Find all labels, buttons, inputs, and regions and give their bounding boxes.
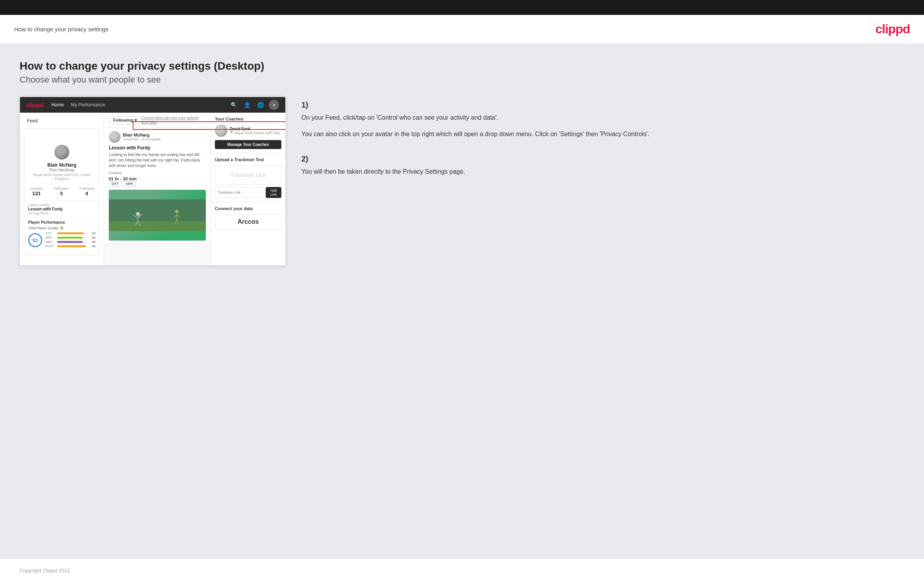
post-desc: Looking to feel like my hands are exitin… [109,152,206,169]
trackman-link-input[interactable] [215,187,264,198]
post-header: Blair McHarg Yesterday · Sunningdale [109,131,206,143]
activities-label: Activities [29,187,43,191]
post-avatar [109,131,121,143]
coaches-title: Your Coaches [215,117,281,121]
profile-card: Blair McHarg Plus Handicap Royal North D… [24,128,100,255]
coach-name: David Ford [230,127,280,131]
circle-score: 92 [28,233,42,247]
followers-stat: Followers 3 [54,187,69,196]
feed-header: Following ▾ Control who can see your act… [104,113,211,128]
location-icon[interactable]: 🌐 [256,100,265,110]
app-feed: Following ▾ Control who can see your act… [104,113,211,265]
bar-row-putt: PUTT 96 [45,244,95,248]
post-user-name: Blair McHarg [123,133,161,137]
bar-row-ott: OTT 90 [45,232,95,235]
bar-row-app: APP 85 [45,236,95,239]
bar-label: APP [45,236,56,239]
tag-app: APP [123,181,136,187]
coach-item: David Ford 📍 Royal North Devon Golf Club [215,124,281,137]
right-panel: Your Coaches David Ford 📍 Royal North De… [211,113,285,265]
search-icon[interactable]: 🔍 [229,100,238,110]
bar-value: 85 [88,236,95,239]
post-duration-label: Duration [109,171,206,175]
post-duration-value: 01 hr : 30 min [109,176,206,181]
step1-number: 1) [301,101,904,110]
profile-avatar [53,144,70,161]
post-tags: OTT APP [109,181,206,187]
app-logo: clippd [26,102,43,108]
add-link-button[interactable]: Add Link [266,187,281,198]
post-user-info: Blair McHarg Yesterday · Sunningdale [123,133,161,141]
coaches-section: Your Coaches David Ford 📍 Royal North De… [211,113,285,153]
bar-track [57,232,87,234]
app-mockup: clippd Home My Performance 🔍 👤 🌐 ▾ Feed [20,97,286,266]
top-bar [0,0,924,15]
trackman-box: Trackman Link [215,165,281,185]
performance-bars: OTT 90 APP 85 ARG 86 PUTT 96 [45,232,95,249]
bar-value: 96 [88,244,95,248]
location-pin-icon: 📍 [230,131,234,135]
trackman-input-row: Add Link [215,187,281,198]
user-avatar[interactable]: ▾ [269,100,279,110]
post-meta: Yesterday · Sunningdale [123,137,161,141]
person-icon[interactable]: 👤 [242,100,252,110]
info-icon: i [60,226,64,230]
following-value: 4 [85,191,88,196]
svg-point-2 [136,212,140,216]
coach-club: 📍 Royal North Devon Golf Club [230,131,280,135]
bar-value: 86 [88,240,95,244]
bar-fill [57,241,83,243]
step1-text: On your Feed, click/tap on 'Control who … [301,113,904,123]
tag-ott: OTT [109,181,121,187]
tpq-content: 92 OTT 90 APP 85 ARG 86 PUTT [28,232,95,249]
avatar-image [54,145,69,160]
following-stat: Following 4 [79,187,94,196]
activities-stat: Activities 131 [29,187,43,196]
followers-value: 3 [60,191,63,196]
latest-name: Lesson with Fordy [28,207,95,211]
bar-fill [57,237,83,239]
bar-row-arg: ARG 86 [45,240,95,244]
app-navbar: clippd Home My Performance 🔍 👤 🌐 ▾ [20,97,285,113]
post-title: Lesson with Fordy [109,145,206,151]
feed-tab[interactable]: Feed [24,117,100,125]
clippd-logo: clippd [875,22,910,36]
following-button[interactable]: Following ▾ [109,116,141,124]
arccos-box: Arccos [215,214,281,230]
control-privacy-link[interactable]: Control who can see your activity and da… [141,116,206,124]
page-subtitle: Choose what you want people to see [20,75,904,85]
trackman-section: Upload a Trackman Test Trackman Link Add… [211,153,285,202]
chevron-down-icon: ▾ [135,118,137,123]
step2-number: 2) [301,155,904,164]
arccos-label: Arccos [238,218,259,225]
app-body: Feed Blair McHarg Plus Handicap Royal No… [20,113,285,265]
app-sidebar: Feed Blair McHarg Plus Handicap Royal No… [20,113,104,265]
site-header: How to change your privacy settings clip… [0,15,924,44]
feed-post: Blair McHarg Yesterday · Sunningdale Les… [104,128,211,244]
step2-text: You will then be taken directly to the P… [301,167,904,177]
step1-text2: You can also click on your avatar in the… [301,129,904,139]
bar-label: ARG [45,240,56,244]
site-footer: Copyright Clippd 2022 [0,559,924,577]
bar-label: OTT [45,232,56,235]
latest-label: Latest Activity [28,203,95,207]
bar-track [57,241,87,243]
app-nav-links: Home My Performance [51,102,221,108]
latest-activity: Latest Activity Lesson with Fordy 03 Aug… [24,200,99,217]
content-columns: clippd Home My Performance 🔍 👤 🌐 ▾ Feed [20,97,904,266]
player-performance: Player Performance Total Player Quality … [24,217,99,251]
nav-link-home[interactable]: Home [51,102,64,108]
nav-link-performance[interactable]: My Performance [71,102,105,108]
user-club: Royal North Devon Golf Club, United King… [24,173,99,181]
user-stats: Activities 131 Followers 3 Following 4 [24,184,99,199]
latest-date: 03 Aug 2022 [28,211,95,215]
bar-value: 90 [88,232,95,235]
followers-label: Followers [54,187,69,191]
app-nav-icons: 🔍 👤 🌐 ▾ [229,100,279,110]
instruction-step1: 1) On your Feed, click/tap on 'Control w… [301,101,904,139]
svg-point-8 [175,210,178,213]
activities-value: 131 [32,191,41,196]
bar-fill [57,232,84,234]
user-handicap: Plus Handicap [49,168,74,172]
manage-coaches-button[interactable]: Manage Your Coaches [215,140,281,149]
